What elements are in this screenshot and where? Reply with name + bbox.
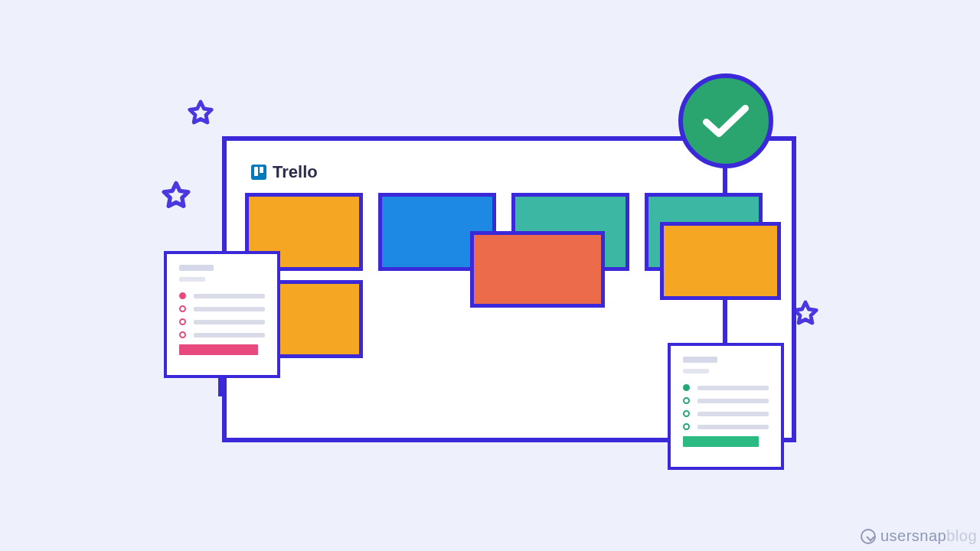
- text-placeholder: [194, 320, 265, 324]
- illustration-stage: Trello: [0, 0, 980, 551]
- bullet-outline-icon: [179, 331, 186, 338]
- text-placeholder: [194, 333, 265, 337]
- connector-line: [723, 298, 727, 347]
- watermark: usersnapblog: [861, 527, 977, 545]
- board-header: Trello: [251, 162, 318, 182]
- star-icon: [161, 181, 191, 211]
- bullet-outline-icon: [683, 423, 690, 430]
- watermark-brand: usersnap: [880, 527, 946, 544]
- bullet-filled-icon: [683, 384, 690, 391]
- bullet-outline-icon: [179, 318, 186, 325]
- checklist-item: [179, 292, 265, 299]
- usersnap-logo-icon: [861, 529, 876, 544]
- connector-line: [723, 165, 727, 194]
- text-placeholder: [194, 307, 265, 311]
- progress-bar: [179, 344, 258, 355]
- trello-icon: [251, 165, 266, 180]
- checklist-item: [683, 423, 769, 430]
- watermark-suffix: blog: [946, 527, 977, 544]
- checklist-item: [683, 410, 769, 417]
- star-icon: [187, 99, 214, 127]
- checklist-card-pink: [164, 251, 280, 378]
- text-placeholder: [697, 386, 769, 390]
- text-placeholder: [194, 294, 265, 298]
- checklist-item: [179, 331, 265, 338]
- bullet-outline-icon: [179, 305, 186, 312]
- checklist-item: [683, 397, 769, 404]
- bullet-filled-icon: [179, 292, 186, 299]
- mini-subheading-placeholder: [683, 369, 709, 373]
- text-placeholder: [697, 412, 769, 416]
- checklist-item: [179, 318, 265, 325]
- mini-subheading-placeholder: [179, 277, 205, 282]
- text-placeholder: [697, 425, 769, 429]
- checklist-item: [179, 305, 265, 312]
- bullet-outline-icon: [683, 410, 690, 417]
- board-card-floating: [470, 231, 605, 308]
- mini-heading-placeholder: [179, 265, 214, 271]
- bullet-outline-icon: [683, 397, 690, 404]
- mini-heading-placeholder: [683, 357, 717, 363]
- board-card-orange-front: [660, 222, 781, 300]
- progress-bar: [683, 436, 759, 447]
- app-title: Trello: [273, 162, 318, 182]
- checklist-item: [683, 384, 769, 391]
- text-placeholder: [697, 399, 769, 403]
- checklist-card-green: [668, 343, 784, 470]
- success-check-icon: [678, 73, 773, 168]
